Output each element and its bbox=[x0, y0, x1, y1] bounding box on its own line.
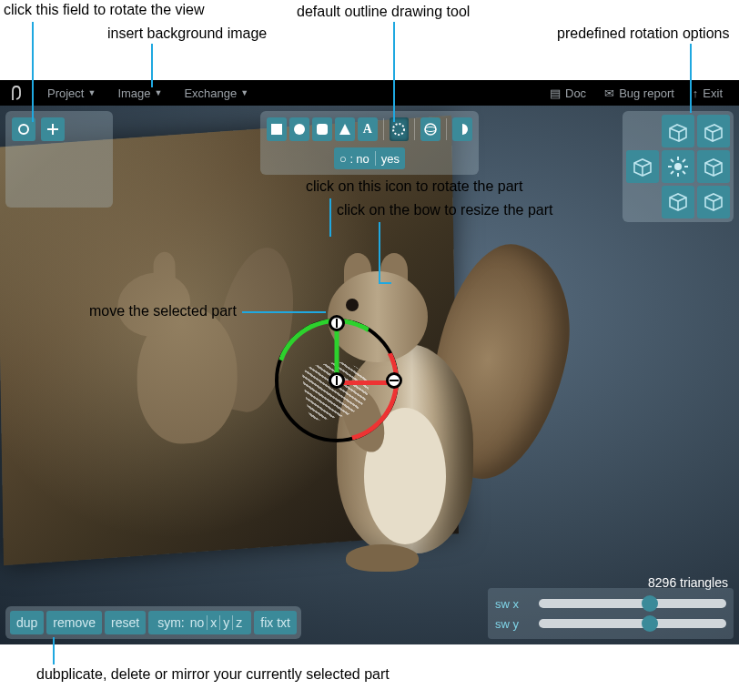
callout-line bbox=[379, 222, 380, 282]
menu-doc-label: Doc bbox=[565, 86, 586, 100]
callout-line bbox=[151, 44, 153, 87]
option-yes[interactable]: yes bbox=[381, 152, 400, 166]
callout-rotation-options: predefined rotation options bbox=[557, 25, 729, 42]
cube-view-left[interactable] bbox=[626, 150, 659, 183]
menu-exchange[interactable]: Exchange▼ bbox=[173, 86, 259, 100]
cube-view-bottom-back[interactable] bbox=[697, 186, 730, 218]
menu-project-label: Project bbox=[47, 86, 84, 100]
slider-panel: sw x sw y bbox=[488, 588, 734, 639]
mail-icon: ✉ bbox=[604, 86, 614, 100]
sym-no[interactable]: no bbox=[187, 615, 208, 630]
slider-swx[interactable] bbox=[539, 599, 726, 608]
svg-rect-1 bbox=[271, 124, 282, 135]
app-logo-icon bbox=[7, 84, 25, 102]
slider-swx-label: sw x bbox=[495, 597, 531, 611]
doc-icon: ▤ bbox=[550, 86, 561, 100]
svg-rect-3 bbox=[317, 124, 328, 135]
view-control-panel bbox=[5, 111, 113, 208]
menu-exit-label: Exit bbox=[703, 86, 723, 100]
option-sep bbox=[375, 151, 376, 166]
sym-z[interactable]: z bbox=[233, 615, 245, 630]
text-tool-button[interactable]: A bbox=[358, 117, 378, 141]
drawing-toolbar: A ○ : no yes bbox=[260, 111, 479, 175]
menu-bugreport[interactable]: ✉Bug report bbox=[595, 86, 683, 100]
slider-swy[interactable] bbox=[539, 619, 726, 628]
fix-txt-button[interactable]: fix txt bbox=[254, 611, 297, 634]
gizmo-resize-handle-right[interactable] bbox=[386, 372, 402, 389]
sphere-tool-button[interactable] bbox=[420, 117, 440, 141]
rotation-presets-panel bbox=[623, 111, 734, 222]
outline-tool-button[interactable] bbox=[390, 117, 410, 141]
gizmo-move-handle[interactable] bbox=[329, 372, 345, 389]
part-actions-panel: dup remove reset sym: no x y z fix txt bbox=[5, 606, 301, 639]
remove-button[interactable]: remove bbox=[46, 611, 102, 634]
menubar: Project▼ Image▼ Exchange▼ ▤Doc ✉Bug repo… bbox=[0, 80, 739, 106]
callout-line bbox=[329, 198, 331, 237]
menu-doc[interactable]: ▤Doc bbox=[541, 86, 595, 100]
sym-x[interactable]: x bbox=[208, 615, 219, 630]
callout-bottombar: dubplicate, delete or mirror your curren… bbox=[36, 666, 390, 683]
callout-line bbox=[242, 311, 326, 313]
svg-point-6 bbox=[425, 124, 436, 135]
toolbar-divider bbox=[383, 118, 384, 140]
svg-line-16 bbox=[671, 171, 673, 174]
menu-exchange-label: Exchange bbox=[184, 86, 237, 100]
toolbar-divider bbox=[414, 118, 415, 140]
option-label: ○ : bbox=[339, 152, 353, 166]
cube-view-center-light[interactable] bbox=[662, 150, 694, 183]
callout-insert-bg: insert background image bbox=[107, 25, 267, 42]
cube-view-right[interactable] bbox=[697, 150, 730, 183]
callout-rotate-view: click this field to rotate the view bbox=[4, 2, 205, 18]
cube-empty bbox=[626, 115, 659, 147]
callout-line bbox=[379, 282, 391, 284]
pan-view-button[interactable] bbox=[41, 117, 65, 141]
callout-outline-tool: default outline drawing tool bbox=[297, 4, 470, 20]
rect-tool-button[interactable] bbox=[267, 117, 287, 141]
svg-marker-4 bbox=[339, 124, 350, 135]
svg-point-8 bbox=[674, 163, 682, 170]
caret-icon: ▼ bbox=[240, 88, 248, 97]
svg-point-0 bbox=[19, 125, 28, 134]
callout-line bbox=[53, 637, 55, 664]
menu-image-label: Image bbox=[117, 86, 150, 100]
arrow-up-icon: ↑ bbox=[693, 86, 699, 100]
caret-icon: ▼ bbox=[87, 88, 96, 97]
svg-line-14 bbox=[683, 171, 685, 174]
roundrect-tool-button[interactable] bbox=[312, 117, 332, 141]
reset-button[interactable]: reset bbox=[105, 611, 146, 634]
caret-icon: ▼ bbox=[155, 88, 163, 97]
svg-point-5 bbox=[393, 124, 404, 135]
dup-button[interactable]: dup bbox=[10, 611, 44, 634]
transform-gizmo[interactable] bbox=[264, 308, 410, 453]
callout-move-part: move the selected part bbox=[89, 303, 237, 320]
svg-line-15 bbox=[683, 159, 685, 162]
option-no[interactable]: no bbox=[356, 152, 369, 166]
cube-view-top-back[interactable] bbox=[697, 115, 730, 147]
callout-line bbox=[690, 44, 692, 113]
view-thumbnail-area[interactable] bbox=[11, 146, 107, 204]
callout-resize-part: click on the bow to resize the part bbox=[337, 202, 552, 218]
triangle-tool-button[interactable] bbox=[335, 117, 355, 141]
menu-image[interactable]: Image▼ bbox=[106, 86, 173, 100]
sym-toggle[interactable]: sym: no x y z bbox=[148, 611, 251, 634]
svg-line-13 bbox=[671, 159, 673, 162]
gizmo-rotate-handle-top[interactable] bbox=[329, 315, 345, 331]
cube-empty bbox=[626, 186, 659, 218]
sym-label: sym: bbox=[155, 615, 187, 630]
slider-swy-label: sw y bbox=[495, 617, 531, 631]
svg-point-2 bbox=[294, 124, 305, 135]
sym-y[interactable]: y bbox=[220, 615, 232, 630]
menu-bug-label: Bug report bbox=[619, 86, 674, 100]
callout-rotate-part: click on this icon to rotate the part bbox=[306, 178, 522, 195]
svg-point-7 bbox=[425, 127, 436, 132]
app-viewport: Project▼ Image▼ Exchange▼ ▤Doc ✉Bug repo… bbox=[0, 80, 739, 644]
callout-line bbox=[393, 22, 395, 122]
cube-view-bottom-front[interactable] bbox=[662, 186, 694, 218]
gizmo-axis-x[interactable] bbox=[337, 380, 393, 385]
toolbar-divider bbox=[446, 118, 447, 140]
menu-project[interactable]: Project▼ bbox=[36, 86, 106, 100]
outline-closed-option[interactable]: ○ : no yes bbox=[334, 147, 405, 169]
half-tool-button[interactable] bbox=[452, 117, 472, 141]
cube-view-top-front[interactable] bbox=[662, 115, 694, 147]
circle-tool-button[interactable] bbox=[289, 117, 309, 141]
